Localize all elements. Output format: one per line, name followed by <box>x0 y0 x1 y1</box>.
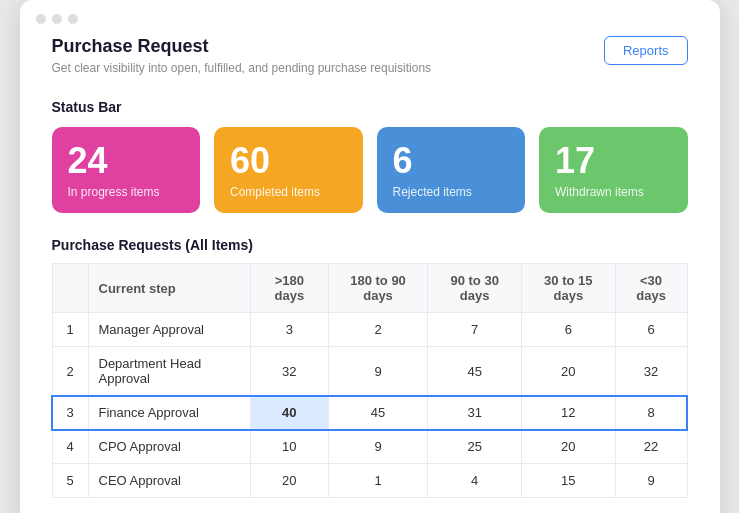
cell-value: 8 <box>615 396 687 430</box>
cell-step: CPO Approval <box>88 430 250 464</box>
table-row[interactable]: 2Department Head Approval329452032 <box>52 347 687 396</box>
status-card-inprogress: 24 In progress items <box>52 127 201 213</box>
cell-value: 25 <box>428 430 522 464</box>
cell-value: 20 <box>521 347 615 396</box>
cell-value: 31 <box>428 396 522 430</box>
status-card-completed-label: Completed items <box>230 185 347 199</box>
purchase-requests-table: Current step >180 days 180 to 90 days 90… <box>52 263 688 498</box>
table-row[interactable]: 5CEO Approval2014159 <box>52 464 687 498</box>
dot-yellow <box>52 14 62 24</box>
cell-value: 2 <box>328 313 428 347</box>
col-30less: <30 days <box>615 264 687 313</box>
page-title: Purchase Request <box>52 36 432 57</box>
cell-index: 2 <box>52 347 88 396</box>
status-card-rejected-number: 6 <box>393 143 510 179</box>
table-row[interactable]: 4CPO Approval109252022 <box>52 430 687 464</box>
cell-value: 4 <box>428 464 522 498</box>
status-card-withdrawn-number: 17 <box>555 143 672 179</box>
table-section-label: Purchase Requests (All Items) <box>52 237 688 253</box>
col-current-step: Current step <box>88 264 250 313</box>
cell-index: 4 <box>52 430 88 464</box>
cell-index: 5 <box>52 464 88 498</box>
cell-value: 20 <box>521 430 615 464</box>
cell-step: Manager Approval <box>88 313 250 347</box>
header-left: Purchase Request Get clear visibility in… <box>52 36 432 75</box>
status-card-inprogress-label: In progress items <box>68 185 185 199</box>
col-index <box>52 264 88 313</box>
status-bar: 24 In progress items 60 Completed items … <box>52 127 688 213</box>
col-180plus: >180 days <box>250 264 328 313</box>
cell-index: 3 <box>52 396 88 430</box>
cell-index: 1 <box>52 313 88 347</box>
cell-value: 9 <box>328 347 428 396</box>
cell-value: 15 <box>521 464 615 498</box>
cell-value: 3 <box>250 313 328 347</box>
status-card-rejected-label: Rejected items <box>393 185 510 199</box>
cell-value: 7 <box>428 313 522 347</box>
cell-value: 12 <box>521 396 615 430</box>
table-header-row: Current step >180 days 180 to 90 days 90… <box>52 264 687 313</box>
status-card-withdrawn: 17 Withdrawn items <box>539 127 688 213</box>
status-card-completed-number: 60 <box>230 143 347 179</box>
main-window: Purchase Request Get clear visibility in… <box>20 0 720 513</box>
cell-value: 45 <box>328 396 428 430</box>
cell-value: 9 <box>615 464 687 498</box>
cell-value: 32 <box>250 347 328 396</box>
cell-step: CEO Approval <box>88 464 250 498</box>
page-header: Purchase Request Get clear visibility in… <box>52 36 688 75</box>
status-card-inprogress-number: 24 <box>68 143 185 179</box>
cell-value: 32 <box>615 347 687 396</box>
dot-red <box>36 14 46 24</box>
cell-value: 20 <box>250 464 328 498</box>
window-controls <box>36 14 78 24</box>
status-card-completed: 60 Completed items <box>214 127 363 213</box>
status-card-withdrawn-label: Withdrawn items <box>555 185 672 199</box>
page-subtitle: Get clear visibility into open, fulfille… <box>52 61 432 75</box>
cell-value: 10 <box>250 430 328 464</box>
cell-value: 22 <box>615 430 687 464</box>
status-bar-label: Status Bar <box>52 99 688 115</box>
cell-step: Department Head Approval <box>88 347 250 396</box>
cell-value: 6 <box>521 313 615 347</box>
cell-value: 40 <box>250 396 328 430</box>
cell-value: 9 <box>328 430 428 464</box>
cell-value: 1 <box>328 464 428 498</box>
dot-green <box>68 14 78 24</box>
table-row[interactable]: 3Finance Approval404531128 <box>52 396 687 430</box>
table-row[interactable]: 1Manager Approval32766 <box>52 313 687 347</box>
col-30-15: 30 to 15 days <box>521 264 615 313</box>
reports-button[interactable]: Reports <box>604 36 688 65</box>
col-90-30: 90 to 30 days <box>428 264 522 313</box>
cell-step: Finance Approval <box>88 396 250 430</box>
status-card-rejected: 6 Rejected items <box>377 127 526 213</box>
cell-value: 45 <box>428 347 522 396</box>
col-180-90: 180 to 90 days <box>328 264 428 313</box>
cell-value: 6 <box>615 313 687 347</box>
